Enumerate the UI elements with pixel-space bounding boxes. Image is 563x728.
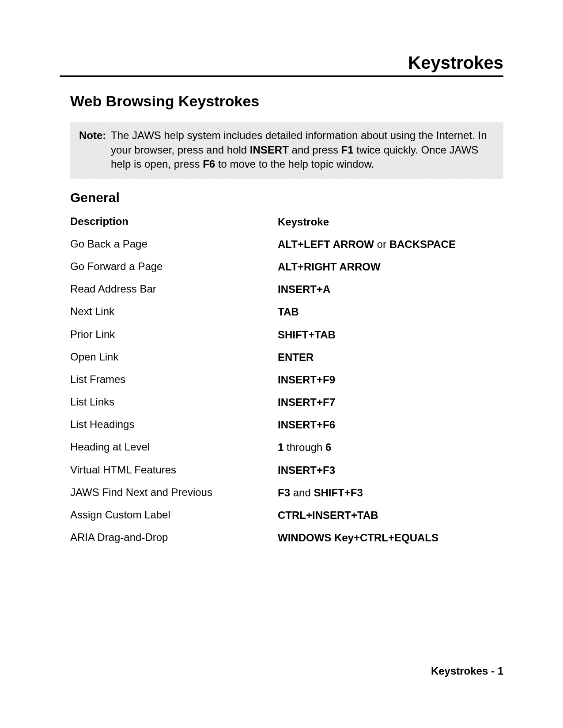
key-combo: INSERT+F3 (278, 464, 335, 476)
key-connector: through (283, 441, 325, 453)
key-combo: CTRL+INSERT+TAB (278, 509, 378, 521)
section-title: Web Browsing Keystrokes (70, 93, 503, 110)
table-row: Assign Custom LabelCTRL+INSERT+TAB (70, 508, 476, 522)
key-combo: INSERT+A (278, 283, 330, 295)
row-keystroke: WINDOWS Key+CTRL+EQUALS (278, 531, 476, 544)
table-row: Next LinkTAB (70, 305, 476, 319)
header-keystroke: Keystroke (278, 215, 476, 229)
table-row: List HeadingsINSERT+F6 (70, 418, 476, 432)
table-row: Open LinkENTER (70, 350, 476, 364)
row-keystroke: ENTER (278, 350, 476, 364)
page-footer: Keystrokes - 1 (431, 665, 503, 677)
key-combo: BACKSPACE (389, 238, 456, 250)
row-keystroke: ALT+LEFT ARROW or BACKSPACE (278, 237, 476, 251)
table-row: Read Address BarINSERT+A (70, 282, 476, 296)
table-header-row: Description Keystroke (70, 215, 476, 229)
row-description: List Links (70, 395, 278, 409)
keystroke-table: Description Keystroke Go Back a PageALT+… (70, 215, 476, 545)
note-body: The JAWS help system includes detailed i… (111, 128, 495, 171)
row-description: Go Forward a Page (70, 260, 278, 273)
row-description: Open Link (70, 350, 278, 364)
table-row: Go Forward a PageALT+RIGHT ARROW (70, 260, 476, 274)
table-row: List LinksINSERT+F7 (70, 395, 476, 409)
row-keystroke: INSERT+F9 (278, 373, 476, 387)
row-keystroke: INSERT+A (278, 282, 476, 296)
row-keystroke: 1 through 6 (278, 440, 476, 454)
note-label: Note: (79, 129, 106, 141)
key-combo: F3 (278, 487, 290, 499)
note-box: Note: The JAWS help system includes deta… (70, 122, 503, 179)
note-bold2: F1 (341, 144, 354, 156)
row-keystroke: INSERT+F7 (278, 395, 476, 409)
key-combo: SHIFT+F3 (314, 487, 363, 499)
key-combo: INSERT+F7 (278, 396, 335, 408)
table-row: Virtual HTML FeaturesINSERT+F3 (70, 463, 476, 477)
key-combo: ALT+LEFT ARROW (278, 238, 374, 250)
key-connector: and (290, 487, 314, 499)
row-keystroke: INSERT+F6 (278, 418, 476, 432)
key-combo: SHIFT+TAB (278, 329, 336, 341)
table-row: JAWS Find Next and PreviousF3 and SHIFT+… (70, 486, 476, 499)
key-combo: 6 (325, 441, 331, 453)
key-combo: WINDOWS Key+CTRL+EQUALS (278, 532, 438, 544)
note-bold1: INSERT (250, 144, 289, 156)
table-row: ARIA Drag-and-DropWINDOWS Key+CTRL+EQUAL… (70, 531, 476, 544)
row-keystroke: CTRL+INSERT+TAB (278, 508, 476, 522)
row-description: List Headings (70, 418, 278, 431)
key-combo: ENTER (278, 351, 314, 363)
row-description: List Frames (70, 373, 278, 386)
row-description: Read Address Bar (70, 282, 278, 296)
row-description: JAWS Find Next and Previous (70, 486, 278, 499)
table-row: Heading at Level1 through 6 (70, 440, 476, 454)
row-keystroke: INSERT+F3 (278, 463, 476, 477)
row-keystroke: SHIFT+TAB (278, 328, 476, 341)
chapter-title: Keystrokes (60, 53, 503, 77)
key-combo: INSERT+F6 (278, 419, 335, 431)
row-keystroke: ALT+RIGHT ARROW (278, 260, 476, 274)
header-description: Description (70, 215, 278, 228)
subsection-title: General (70, 190, 503, 205)
key-combo: INSERT+F9 (278, 374, 335, 386)
table-row: Prior LinkSHIFT+TAB (70, 328, 476, 341)
note-bold3: F6 (203, 158, 215, 170)
row-description: Prior Link (70, 328, 278, 341)
key-connector: or (374, 238, 389, 250)
row-keystroke: F3 and SHIFT+F3 (278, 486, 476, 499)
note-seg4: to move to the help topic window. (215, 158, 374, 170)
row-description: Assign Custom Label (70, 508, 278, 522)
table-row: List FramesINSERT+F9 (70, 373, 476, 387)
key-combo: TAB (278, 306, 299, 318)
row-description: Virtual HTML Features (70, 463, 278, 477)
row-keystroke: TAB (278, 305, 476, 319)
note-seg2: and press (289, 144, 341, 156)
table-row: Go Back a PageALT+LEFT ARROW or BACKSPAC… (70, 237, 476, 251)
key-combo: ALT+RIGHT ARROW (278, 261, 381, 273)
page: Keystrokes Web Browsing Keystrokes Note:… (0, 0, 563, 728)
row-description: ARIA Drag-and-Drop (70, 531, 278, 544)
row-description: Heading at Level (70, 440, 278, 454)
key-combo: 1 (278, 441, 283, 453)
row-description: Go Back a Page (70, 237, 278, 251)
row-description: Next Link (70, 305, 278, 318)
